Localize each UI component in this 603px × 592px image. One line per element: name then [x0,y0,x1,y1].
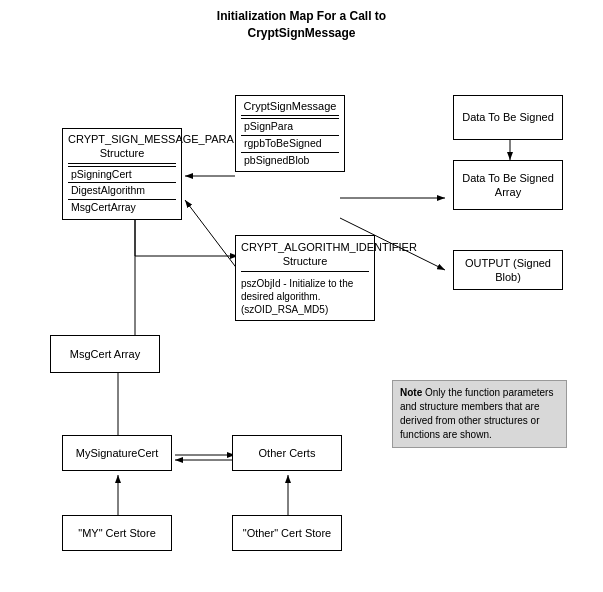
other-certs-box: Other Certs [232,435,342,471]
msgcertarray-row: MsgCertArray [68,199,176,216]
crypt-sign-para-header: CRYPT_SIGN_MESSAGE_PARA Structure [68,132,176,164]
data-to-be-signed-box: Data To Be Signed [453,95,563,140]
pbsigned-row: pbSignedBlob [241,152,339,169]
data-to-be-signed-array-box: Data To Be Signed Array [453,160,563,210]
crypt-sign-message-box: CryptSignMessage pSignPara rgpbToBeSigne… [235,95,345,172]
page-title: Initialization Map For a Call to CryptSi… [0,0,603,42]
crypt-algo-header: CRYPT_ALGORITHM_IDENTIFIER Structure [241,240,369,272]
digestalg-row: DigestAlgorithm [68,182,176,199]
diagram-container: Initialization Map For a Call to CryptSi… [0,0,603,592]
msgcert-array-box: MsgCert Array [50,335,160,373]
note-bold: Note [400,387,422,398]
my-cert-store-box: "MY" Cert Store [62,515,172,551]
crypt-sign-message-header: CryptSignMessage [241,99,339,116]
psigningcert-row: pSigningCert [68,166,176,183]
other-cert-store-box: "Other" Cert Store [232,515,342,551]
crypt-sign-para-rows: pSigningCert DigestAlgorithm MsgCertArra… [68,166,176,216]
my-signature-cert-box: MySignatureCert [62,435,172,471]
crypt-algo-body: pszObjId - Initialize to the desired alg… [241,274,369,316]
crypt-algo-box: CRYPT_ALGORITHM_IDENTIFIER Structure psz… [235,235,375,321]
crypt-sign-message-rows: pSignPara rgpbToBeSigned pbSignedBlob [241,118,339,168]
note-box: Note Only the function parameters and st… [392,380,567,448]
output-box: OUTPUT (Signed Blob) [453,250,563,290]
crypt-sign-para-box: CRYPT_SIGN_MESSAGE_PARA Structure pSigni… [62,128,182,220]
note-text: Only the function parameters and structu… [400,387,553,440]
psignpara-row: pSignPara [241,118,339,135]
rgpb-row: rgpbToBeSigned [241,135,339,152]
svg-line-15 [185,200,238,270]
